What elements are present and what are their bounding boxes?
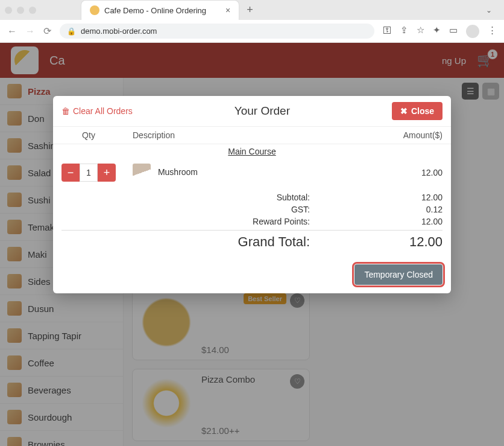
close-button[interactable]: ✖ Close: [392, 102, 443, 120]
tab-close-icon[interactable]: ×: [225, 5, 230, 15]
modal-footer: Temporary Closed: [53, 258, 451, 293]
tabs-dropdown-icon[interactable]: ⌄: [486, 6, 492, 14]
qty-control: − 1 +: [61, 164, 116, 182]
order-item-row: − 1 + Mushroom 12.00: [53, 159, 451, 186]
grand-total-label: Grand Total:: [238, 234, 310, 250]
modal-header: 🗑 Clear All Orders Your Order ✖ Close: [53, 96, 451, 126]
menu-icon[interactable]: ⋮: [488, 25, 497, 38]
col-description: Description: [124, 127, 318, 144]
clear-all-orders-link[interactable]: 🗑 Clear All Orders: [61, 106, 133, 116]
extensions-icon[interactable]: ✦: [433, 25, 441, 38]
tab-title: Cafe Demo - Online Ordering: [104, 6, 206, 15]
traffic-light-max[interactable]: [29, 7, 36, 14]
favicon: [90, 5, 99, 15]
qty-value: 1: [80, 164, 98, 182]
col-amount: Amount($): [318, 127, 451, 144]
key-icon[interactable]: ⚿: [383, 25, 392, 38]
reward-value: 12.00: [400, 217, 443, 226]
subtotal-value: 12.00: [400, 193, 443, 202]
panel-icon[interactable]: ▭: [449, 25, 458, 38]
new-tab-button[interactable]: +: [247, 4, 253, 16]
gst-value: 0.12: [400, 205, 443, 214]
back-button[interactable]: ←: [7, 26, 17, 37]
url-field[interactable]: 🔒 demo.mobi-order.com: [60, 24, 374, 39]
gst-row: GST: 0.12: [61, 203, 443, 215]
reload-button[interactable]: ⟳: [43, 25, 51, 37]
category-link[interactable]: Main Course: [228, 147, 276, 156]
qty-decrease-button[interactable]: −: [61, 164, 80, 182]
totals-section: Subtotal: 12.00 GST: 0.12 Reward Points:…: [53, 189, 451, 258]
item-name: Mushroom: [158, 167, 198, 177]
url-text: demo.mobi-order.com: [81, 27, 157, 36]
order-table: Qty Description Amount($) Main Course − …: [53, 126, 451, 186]
app-root: Ca ng Up 🛒 1 Pizza Don Sashimi Salad Sus…: [0, 43, 504, 446]
gst-label: GST:: [291, 205, 310, 214]
share-icon[interactable]: ⇪: [400, 25, 408, 38]
reward-label: Reward Points:: [253, 217, 310, 226]
item-amount: 12.00: [318, 159, 451, 186]
subtotal-label: Subtotal:: [277, 193, 310, 202]
close-label: Close: [411, 106, 434, 116]
order-modal: 🗑 Clear All Orders Your Order ✖ Close Qt…: [53, 96, 451, 293]
lock-icon: 🔒: [67, 27, 76, 36]
window-controls: [5, 7, 39, 14]
trash-icon: 🗑: [61, 106, 70, 116]
table-header-row: Qty Description Amount($): [53, 127, 451, 144]
star-icon[interactable]: ☆: [417, 25, 424, 38]
browser-chrome: Cafe Demo - Online Ordering × + ⌄ ← → ⟳ …: [0, 0, 504, 43]
close-icon: ✖: [400, 106, 408, 116]
clear-label: Clear All Orders: [73, 106, 133, 116]
address-bar: ← → ⟳ 🔒 demo.mobi-order.com ⚿ ⇪ ☆ ✦ ▭ ⋮: [0, 20, 504, 43]
browser-tab[interactable]: Cafe Demo - Online Ordering ×: [81, 0, 239, 20]
grand-total-value: 12.00: [400, 234, 443, 250]
traffic-light-close[interactable]: [5, 7, 12, 14]
reward-row: Reward Points: 12.00: [61, 215, 443, 228]
temporary-closed-button[interactable]: Temporary Closed: [354, 264, 443, 285]
grand-total-row: Grand Total: 12.00: [61, 230, 443, 251]
tab-bar: Cafe Demo - Online Ordering × + ⌄: [0, 0, 504, 20]
qty-increase-button[interactable]: +: [98, 164, 116, 182]
traffic-light-min[interactable]: [17, 7, 24, 14]
subtotal-row: Subtotal: 12.00: [61, 191, 443, 203]
category-row: Main Course: [53, 144, 451, 159]
toolbar-icons: ⚿ ⇪ ☆ ✦ ▭ ⋮: [383, 25, 497, 38]
modal-title: Your Order: [133, 104, 392, 118]
col-qty: Qty: [53, 127, 124, 144]
profile-avatar[interactable]: [466, 25, 479, 38]
item-thumbnail: [133, 164, 151, 182]
forward-button[interactable]: →: [25, 26, 35, 37]
